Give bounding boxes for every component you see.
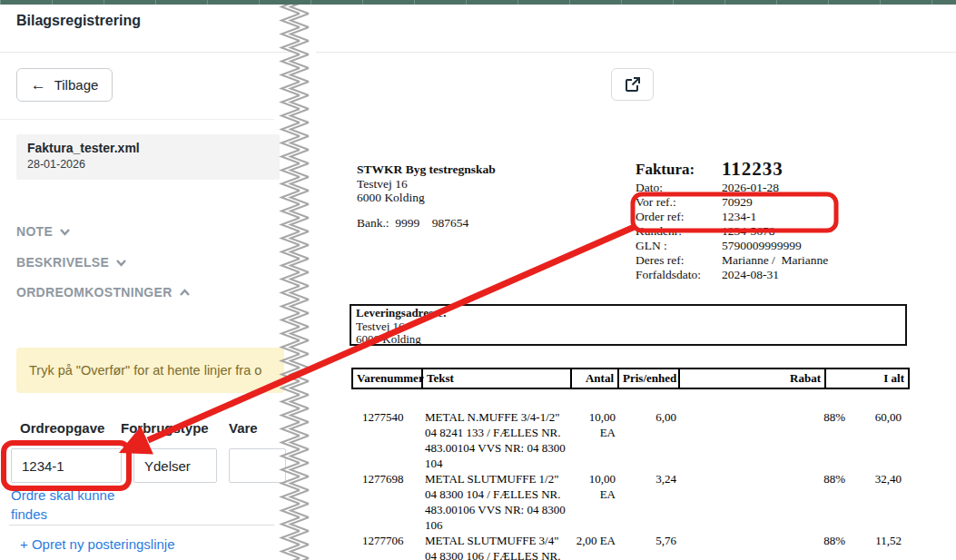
sender-street: Testvej 16 [357,177,496,192]
back-arrow-icon: ← [31,77,46,93]
meta-row-gln: GLN :5790009999999 [636,239,828,253]
section-ordreomkostninger-label: ORDREOMKOSTNINGER [16,285,172,300]
col-antal: Antal [571,368,618,388]
invoice-line-row: 1277698METAL SLUTMUFFE 1/2" 04 8300 104 … [351,471,908,533]
meta-row-dato: Dato:2026-01-28 [636,181,828,195]
invoice-number: 112233 [722,158,784,181]
sender-name: STWKR Byg testregnskab [357,162,496,177]
section-beskrivelse-label: BESKRIVELSE [16,255,109,270]
file-name: Faktura_tester.xml [27,141,269,155]
invoice-line-cell: 5,76 [617,533,678,560]
open-document-button[interactable] [611,68,654,101]
form-divider [9,525,274,526]
invoice-line-cell: 10,00 EA [570,398,617,471]
ordreopgave-input[interactable] [11,448,122,483]
invoice-line-items-header: Varenummer Tekst Antal Pris/enhed Rabat … [351,368,910,389]
column-header-vare: Vare [229,420,258,436]
delivery-label: Leveringsadresse: [356,307,901,320]
meta-row-vor-ref: Vor ref.:70929 [636,195,828,210]
invoice-meta-block: Dato:2026-01-28 Vor ref.:70929 Order ref… [636,181,828,282]
invoice-line-items-body: 1277540METAL N.MUFFE 3/4-1/2" 04 8241 13… [351,398,908,560]
invoice-line-cell: 10,00 EA [570,471,617,533]
add-posting-line-link[interactable]: + Opret ny posteringslinje [20,536,175,552]
invoice-line-cell: 32,40 [847,471,908,533]
delivery-address-box: Leveringsadresse: Testvej 16 6000 Koldin… [350,304,907,346]
document-file-card[interactable]: Faktura_tester.xml 28-01-2026 [16,134,280,180]
header-divider [0,52,956,53]
delivery-street: Testvej 16 [356,320,901,334]
sender-city: 6000 Kolding [357,191,496,205]
col-rabat: Rabat [679,368,825,388]
invoice-line-cell: 88% [678,398,847,471]
invoice-line-cell: 3,24 [617,471,678,533]
invoice-line-cell: 1277706 [351,533,421,560]
sidebar-divider [0,119,274,120]
invoice-line-cell: 60,00 [847,398,908,471]
invoice-line-cell: METAL N.MUFFE 3/4-1/2" 04 8241 133 / FÆL… [421,398,570,471]
forbrugstype-input[interactable] [133,448,217,483]
meta-row-deres-ref: Deres ref:Marianne / Marianne [636,253,828,268]
invoice-bank-line: Bank.: 9999 987654 [357,216,468,231]
invoice-line-cell: 1277540 [351,398,421,471]
invoice-line-cell: METAL SLUTMUFFE 3/4" 04 8300 106 / FÆLLE… [421,533,570,560]
invoice-line-cell: 88% [678,471,847,533]
col-varenummer: Varenummer [352,368,422,388]
meta-row-order-ref: Order ref:1234-1 [636,210,828,224]
invoice-line-cell: 11,52 [847,533,908,560]
page-tear-divider [271,0,316,560]
column-header-ordreopgave: Ordreopgave [20,420,104,436]
invoice-line-cell: 2,00 EA [570,533,617,560]
section-note-label: NOTE [16,224,53,239]
external-link-icon [625,76,641,93]
invoice-line-cell: 88% [678,533,847,560]
delivery-city: 6000 Kolding [356,333,901,347]
invoice-line-cell: 1277698 [351,471,421,533]
invoice-line-cell: METAL SLUTMUFFE 1/2" 04 8300 104 / FÆLLE… [421,471,570,533]
order-validation-link[interactable]: Ordre skal kunne findes [11,486,115,524]
meta-row-kundenr: Kundenr:1234-5678 [636,224,828,239]
file-date: 28-01-2026 [27,158,269,171]
col-tekst: Tekst [422,368,571,388]
back-button[interactable]: ← Tilbage [16,68,113,102]
page-title: Bilagsregistrering [16,13,141,29]
chevron-down-icon [59,226,71,238]
invoice-title-label: Faktura: [636,161,695,179]
column-header-forbrugstype: Forbrugstype [121,420,209,436]
invoice-sender-block: STWKR Byg testregnskab Testvej 16 6000 K… [357,162,496,205]
section-ordreomkostninger[interactable]: ORDREOMKOSTNINGER [16,285,191,300]
col-pris-enhed: Pris/enhed [618,368,679,388]
back-button-label: Tilbage [54,77,99,93]
section-beskrivelse[interactable]: BESKRIVELSE [16,255,127,270]
invoice-line-cell: 6,00 [617,398,678,471]
chevron-up-icon [179,287,191,299]
invoice-line-row: 1277540METAL N.MUFFE 3/4-1/2" 04 8241 13… [351,398,908,471]
col-i-alt: I alt [825,368,909,388]
invoice-line-row: 1277706METAL SLUTMUFFE 3/4" 04 8300 106 … [351,533,908,560]
section-note[interactable]: NOTE [16,224,71,239]
transfer-hint-alert: Tryk på "Overfør" for at hente linjer fr… [16,348,284,393]
chevron-down-icon [115,257,127,269]
bilagsregistrering-page: Bilagsregistrering ← Tilbage Faktura_tes… [0,0,956,560]
top-accent-bar [0,0,956,5]
meta-row-forfaldsdato: Forfaldsdato:2024-08-31 [636,268,828,282]
